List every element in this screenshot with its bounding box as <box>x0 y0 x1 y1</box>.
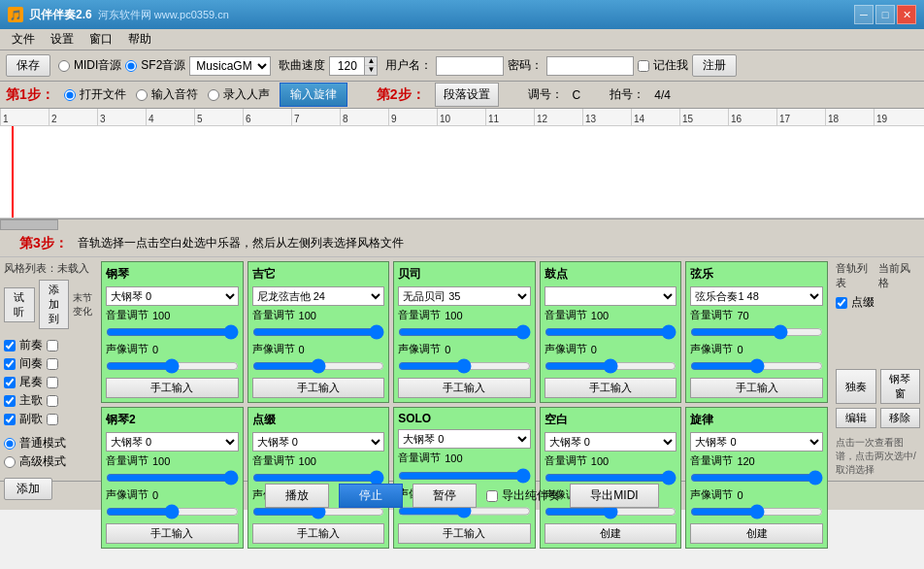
maximize-button[interactable]: □ <box>875 5 895 24</box>
advanced-mode-radio[interactable] <box>4 456 16 468</box>
add-to-button[interactable]: 添加到 <box>39 280 70 329</box>
strings-select[interactable]: 弦乐合奏1 48 <box>690 286 823 306</box>
guitar-select[interactable]: 尼龙弦吉他 24 <box>252 286 385 306</box>
piano2-manual-button[interactable]: 手工输入 <box>106 523 239 544</box>
export-midi-button[interactable]: 导出MIDI <box>570 484 658 508</box>
menu-settings[interactable]: 设置 <box>43 29 82 50</box>
piano-manual-button[interactable]: 手工输入 <box>106 378 239 398</box>
guitar-manual-button[interactable]: 手工输入 <box>252 378 385 398</box>
record-voice-radio[interactable] <box>208 89 219 101</box>
menu-help[interactable]: 帮助 <box>120 29 159 50</box>
drums-manual-button[interactable]: 手工输入 <box>544 378 677 398</box>
strings-pan-slider[interactable] <box>690 358 823 374</box>
track-area[interactable] <box>0 126 924 218</box>
prelude-checkbox[interactable] <box>4 340 16 351</box>
solo-button[interactable]: 独奏 <box>836 369 876 404</box>
bass-pan-slider[interactable] <box>398 358 531 374</box>
speed-input[interactable] <box>330 58 364 74</box>
username-input[interactable] <box>436 56 504 76</box>
accent-manual-button[interactable]: 手工输入 <box>252 523 385 544</box>
guitar-pan-slider[interactable] <box>252 358 385 374</box>
drums-select[interactable] <box>544 286 677 306</box>
sf2-source-radio[interactable] <box>125 60 137 72</box>
timeline-mark-17: 17 <box>776 109 825 125</box>
open-file-radio[interactable] <box>64 89 76 101</box>
prelude-label: 前奏 <box>19 337 43 353</box>
drums-pan-slider[interactable] <box>544 358 677 374</box>
remember-label: 记住我 <box>653 57 688 74</box>
piano-pan-slider[interactable] <box>106 358 239 374</box>
menu-file[interactable]: 文件 <box>4 29 43 50</box>
save-button[interactable]: 保存 <box>6 54 50 77</box>
solo-select[interactable]: 大钢琴 0 <box>398 429 531 449</box>
stop-button[interactable]: 停止 <box>339 484 403 508</box>
piano-window-button[interactable]: 钢琴窗 <box>880 369 921 404</box>
menu-window[interactable]: 窗口 <box>82 29 120 50</box>
coda-checkbox[interactable] <box>4 377 16 388</box>
input-melody-button[interactable]: 输入旋律 <box>280 83 347 107</box>
style-list-label: 风格列表：未载入 <box>4 261 93 276</box>
blank-create-button[interactable]: 创建 <box>544 523 677 544</box>
strings-manual-button[interactable]: 手工输入 <box>690 378 823 398</box>
password-input[interactable] <box>546 56 634 76</box>
solo-volume-slider[interactable] <box>398 467 531 485</box>
bass-volume-slider[interactable] <box>398 324 531 340</box>
remove-button[interactable]: 移除 <box>880 408 921 428</box>
prelude-variation-checkbox[interactable] <box>47 340 58 351</box>
export-accomp-label: 导出纯伴奏 <box>502 487 560 504</box>
melody-pan-slider[interactable] <box>690 504 823 519</box>
scrollbar-thumb[interactable] <box>0 219 58 230</box>
accent-select[interactable]: 大钢琴 0 <box>252 432 385 452</box>
pause-button[interactable]: 暂停 <box>412 484 477 508</box>
timeline-mark-2: 2 <box>49 109 97 125</box>
solo-manual-button[interactable]: 手工输入 <box>398 523 531 544</box>
piano2-group: 钢琴2 大钢琴 0 音量调节 100 声像调节 0 手工输入 <box>101 407 244 549</box>
drums-volume-slider[interactable] <box>544 324 677 340</box>
chorus-variation-checkbox[interactable] <box>47 414 58 425</box>
close-button[interactable]: ✕ <box>897 5 916 24</box>
strings-volume-slider[interactable] <box>690 324 823 340</box>
app-name: 贝伴伴奏2.6 <box>29 7 92 23</box>
speed-spinner[interactable]: ▲ ▼ <box>329 56 378 76</box>
point-checkbox[interactable] <box>836 297 847 309</box>
melody-volume-slider[interactable] <box>690 470 823 485</box>
midi-source-radio[interactable] <box>58 60 70 72</box>
piano-volume-slider[interactable] <box>106 324 239 340</box>
guitar-volume-slider[interactable] <box>252 324 385 340</box>
melody-select[interactable]: 大钢琴 0 <box>690 432 823 452</box>
interlude-variation-checkbox[interactable] <box>47 358 58 370</box>
coda-checkbox-row: 尾奏 <box>4 374 93 390</box>
solo-title: SOLO <box>398 412 531 425</box>
piano2-volume-slider[interactable] <box>106 470 239 485</box>
verse-checkbox[interactable] <box>4 395 16 407</box>
add-button[interactable]: 添加 <box>4 478 52 500</box>
normal-mode-radio[interactable] <box>4 438 16 450</box>
sf2-select[interactable]: MusicaGM <box>189 56 271 76</box>
edit-button[interactable]: 编辑 <box>836 408 876 428</box>
export-group: 导出纯伴奏 <box>486 487 560 504</box>
remember-checkbox[interactable] <box>638 60 649 72</box>
chorus-checkbox[interactable] <box>4 414 16 425</box>
piano2-pan-slider[interactable] <box>106 504 239 519</box>
input-note-radio[interactable] <box>136 89 148 101</box>
verse-variation-checkbox[interactable] <box>47 395 58 407</box>
timeline-mark-8: 8 <box>340 109 388 125</box>
try-listen-button[interactable]: 试听 <box>4 287 35 322</box>
melody-create-button[interactable]: 创建 <box>690 523 823 544</box>
export-accomp-checkbox[interactable] <box>486 490 498 502</box>
piano2-select[interactable]: 大钢琴 0 <box>106 432 239 452</box>
piano-select[interactable]: 大钢琴 0 <box>106 286 239 306</box>
bass-manual-button[interactable]: 手工输入 <box>398 378 531 398</box>
register-button[interactable]: 注册 <box>692 54 737 77</box>
timeline-inner: 1 2 3 4 5 6 7 8 9 10 11 12 13 14 15 16 1… <box>0 109 922 125</box>
speed-down-arrow[interactable]: ▼ <box>365 66 377 75</box>
bass-select[interactable]: 无品贝司 35 <box>398 286 531 306</box>
blank-select[interactable]: 大钢琴 0 <box>544 432 677 452</box>
track-scrollbar[interactable] <box>0 218 924 230</box>
interlude-checkbox[interactable] <box>4 358 16 370</box>
play-button[interactable]: 播放 <box>265 484 329 508</box>
coda-variation-checkbox[interactable] <box>47 377 58 388</box>
section-set-button[interactable]: 段落设置 <box>435 83 499 107</box>
minimize-button[interactable]: ─ <box>854 5 874 24</box>
piano2-title: 钢琴2 <box>106 412 239 428</box>
